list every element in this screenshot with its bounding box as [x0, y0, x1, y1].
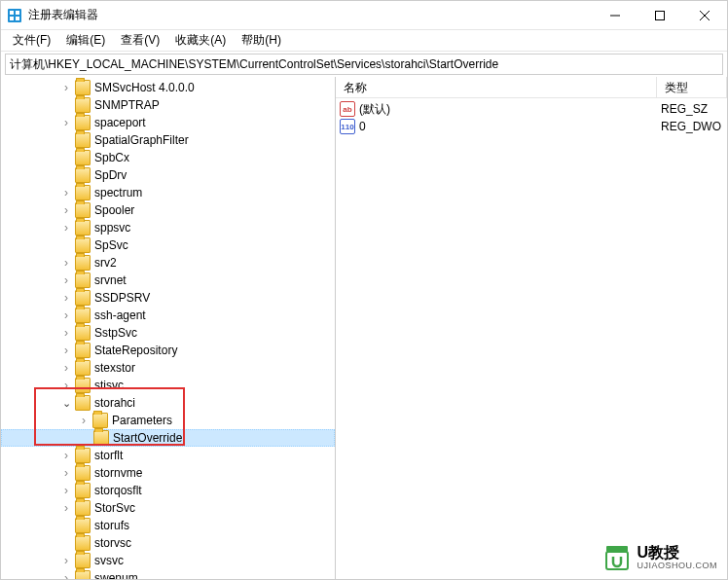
menu-view[interactable]: 查看(V)	[113, 30, 167, 51]
expander-icon[interactable]	[59, 449, 73, 462]
tree-item-label: StorSvc	[94, 501, 135, 515]
address-bar[interactable]: 计算机\HKEY_LOCAL_MACHINE\SYSTEM\CurrentCon…	[5, 54, 723, 75]
folder-icon	[75, 360, 91, 376]
svg-rect-6	[656, 11, 665, 19]
expander-icon[interactable]	[59, 484, 73, 497]
maximize-button[interactable]	[637, 1, 682, 30]
expander-icon	[59, 168, 73, 182]
folder-icon	[92, 413, 108, 428]
value-row[interactable]: ab(默认)REG_SZ	[336, 100, 727, 118]
window-controls	[593, 1, 727, 30]
tree-item-storsvc[interactable]: StorSvc	[1, 499, 335, 517]
expander-icon[interactable]	[59, 344, 73, 357]
expander-icon[interactable]	[59, 361, 73, 375]
tree-item-label: storahci	[94, 396, 135, 410]
expander-icon[interactable]	[59, 256, 73, 270]
expander-icon[interactable]	[59, 308, 73, 322]
tree-item-label: storqosflt	[94, 484, 142, 497]
tree-item-smsvchost-4-0-0-0[interactable]: SMSvcHost 4.0.0.0	[1, 79, 335, 96]
tree-item-parameters[interactable]: Parameters	[1, 412, 335, 429]
app-icon	[7, 8, 22, 23]
tree-item-spaceport[interactable]: spaceport	[1, 114, 335, 131]
folder-icon	[75, 308, 91, 323]
tree-item-storahci[interactable]: storahci	[1, 394, 335, 412]
watermark: U教授 UJIAOSHOU.COM	[600, 542, 721, 573]
tree-item-label: spaceport	[94, 116, 146, 129]
tree-item-label: sppsvc	[94, 221, 130, 235]
folder-icon	[75, 465, 91, 481]
tree-list: SMSvcHost 4.0.0.0SNMPTRAPspaceportSpatia…	[1, 77, 335, 579]
tree-item-startoverride[interactable]: StartOverride	[1, 429, 335, 447]
expander-icon[interactable]	[59, 326, 73, 340]
tree-item-label: SpatialGraphFilter	[94, 133, 189, 147]
menu-file[interactable]: 文件(F)	[5, 30, 58, 51]
close-button[interactable]	[682, 1, 727, 30]
tree-item-spectrum[interactable]: spectrum	[1, 184, 335, 201]
tree-item-spatialgraphfilter[interactable]: SpatialGraphFilter	[1, 131, 335, 149]
tree-item-snmptrap[interactable]: SNMPTRAP	[1, 96, 335, 114]
folder-icon	[75, 255, 91, 271]
tree-item-swenum[interactable]: swenum	[1, 569, 335, 579]
tree-item-label: Spooler	[94, 203, 134, 217]
path-text: 计算机\HKEY_LOCAL_MACHINE\SYSTEM\CurrentCon…	[10, 56, 498, 73]
tree-item-storvsc[interactable]: storvsc	[1, 534, 335, 552]
tree-item-stisvc[interactable]: stisvc	[1, 377, 335, 394]
expander-icon[interactable]	[59, 396, 73, 410]
tree-item-storqosflt[interactable]: storqosflt	[1, 482, 335, 499]
expander-icon[interactable]	[77, 414, 91, 427]
tree-item-spsvc[interactable]: SpSvc	[1, 236, 335, 254]
tree-item-srv2[interactable]: srv2	[1, 254, 335, 272]
column-type[interactable]: 类型	[657, 77, 727, 97]
svg-rect-1	[10, 11, 14, 15]
expander-icon[interactable]	[59, 203, 73, 217]
folder-icon	[75, 97, 91, 113]
tree-item-label: SpSvc	[94, 238, 128, 252]
expander-icon[interactable]	[59, 379, 73, 392]
menu-edit[interactable]: 编辑(E)	[58, 30, 113, 51]
folder-icon	[75, 150, 91, 165]
expander-icon[interactable]	[59, 466, 73, 480]
tree-item-stornvme[interactable]: stornvme	[1, 464, 335, 482]
value-name: (默认)	[359, 101, 661, 118]
value-name: 0	[359, 120, 661, 133]
tree-item-staterepository[interactable]: StateRepository	[1, 342, 335, 359]
expander-icon[interactable]	[59, 81, 73, 94]
tree-item-svsvc[interactable]: svsvc	[1, 552, 335, 569]
expander-icon[interactable]	[59, 221, 73, 235]
values-header: 名称 类型	[336, 77, 727, 98]
tree-item-stexstor[interactable]: stexstor	[1, 359, 335, 377]
expander-icon	[59, 151, 73, 164]
menubar: 文件(F) 编辑(E) 查看(V) 收藏夹(A) 帮助(H)	[1, 30, 727, 52]
folder-icon	[75, 378, 91, 393]
expander-icon[interactable]	[59, 291, 73, 305]
tree-item-storflt[interactable]: storflt	[1, 447, 335, 464]
tree-item-srvnet[interactable]: srvnet	[1, 272, 335, 289]
expander-icon[interactable]	[59, 116, 73, 129]
expander-icon[interactable]	[59, 554, 73, 567]
tree-item-spdrv[interactable]: SpDrv	[1, 166, 335, 184]
tree-item-spooler[interactable]: Spooler	[1, 201, 335, 219]
folder-icon	[75, 553, 91, 568]
menu-favorites[interactable]: 收藏夹(A)	[167, 30, 234, 51]
tree-item-label: ssh-agent	[94, 308, 146, 322]
column-name[interactable]: 名称	[336, 77, 657, 97]
expander-icon[interactable]	[59, 186, 73, 199]
minimize-button[interactable]	[593, 1, 637, 30]
tree-item-sstpsvc[interactable]: SstpSvc	[1, 324, 335, 342]
tree-item-ssh-agent[interactable]: ssh-agent	[1, 307, 335, 324]
tree-item-label: SSDPSRV	[94, 291, 150, 305]
tree-item-spbcx[interactable]: SpbCx	[1, 149, 335, 166]
values-panel: 名称 类型 ab(默认)REG_SZ1100REG_DWO	[336, 77, 727, 579]
tree-item-label: SNMPTRAP	[94, 98, 160, 112]
value-row[interactable]: 1100REG_DWO	[336, 118, 727, 135]
tree-item-ssdpsrv[interactable]: SSDPSRV	[1, 289, 335, 307]
tree-item-sppsvc[interactable]: sppsvc	[1, 219, 335, 236]
folder-icon	[75, 220, 91, 236]
expander-icon[interactable]	[59, 571, 73, 579]
value-type: REG_SZ	[661, 102, 727, 116]
tree-panel[interactable]: SMSvcHost 4.0.0.0SNMPTRAPspaceportSpatia…	[1, 77, 336, 579]
tree-item-storufs[interactable]: storufs	[1, 517, 335, 534]
expander-icon[interactable]	[59, 501, 73, 515]
expander-icon[interactable]	[59, 273, 73, 287]
menu-help[interactable]: 帮助(H)	[234, 30, 289, 51]
